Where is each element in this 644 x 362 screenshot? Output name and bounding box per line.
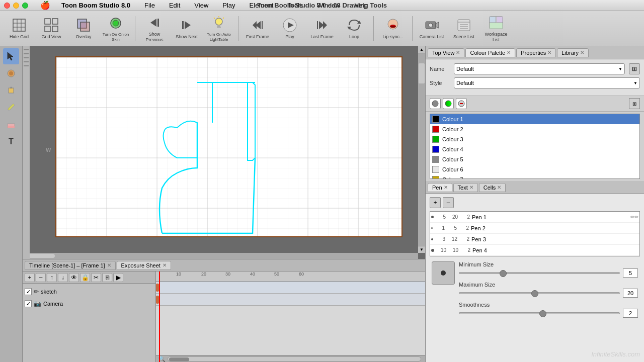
cells-tab[interactable]: Cells ✕ <box>479 183 506 192</box>
onion-skin-button[interactable]: Turn On Onion Skin <box>101 14 131 43</box>
play-button[interactable]: Play <box>275 14 305 43</box>
select-tool[interactable] <box>3 48 19 64</box>
exposure-sheet-tab[interactable]: Exposure Sheet ✕ <box>117 261 171 270</box>
first-frame-button[interactable]: First Frame <box>243 14 273 43</box>
apple-menu[interactable]: 🍎 <box>40 1 50 10</box>
canvas-vscroll[interactable]: ▲ ▼ <box>418 46 425 253</box>
text-pen-tab[interactable]: Text ✕ <box>453 183 478 192</box>
name-select[interactable]: Default ▼ <box>454 63 625 74</box>
timeline-tab-close[interactable]: ✕ <box>107 262 111 268</box>
timeline-hscroll-thumb[interactable] <box>169 357 189 361</box>
smoothness-thumb[interactable] <box>539 310 546 317</box>
camera-list-button[interactable]: Camera List <box>417 14 447 43</box>
pen-row-1[interactable]: 5 20 2 Pen 1 ✏✏ <box>430 212 639 223</box>
vscroll-down-button[interactable]: ▼ <box>418 246 425 253</box>
minimize-button[interactable] <box>13 3 19 9</box>
library-tab[interactable]: Library ✕ <box>557 48 589 57</box>
top-view-close[interactable]: ✕ <box>456 50 460 55</box>
hide-grid-button[interactable]: Hide Grid <box>4 14 34 43</box>
pen-row-2[interactable]: 1 5 2 Pen 2 <box>430 223 639 234</box>
layer-camera-check[interactable]: ✓ <box>25 300 32 307</box>
loop-button[interactable]: Loop <box>339 14 369 43</box>
exposure-sheet-close[interactable]: ✕ <box>163 262 167 268</box>
color-row-5[interactable]: Colour 5 <box>430 154 639 164</box>
tl-copy-button[interactable]: ⎘ <box>102 273 112 282</box>
layer-sketch[interactable]: ✓ ✏ sketch <box>23 286 155 298</box>
menu-edit[interactable]: Edit <box>166 1 183 10</box>
menu-app[interactable]: Toon Boom Studio 8.0 <box>58 1 133 10</box>
timeline-tab[interactable]: Timeline [Scene-1] – [Frame 1] ✕ <box>25 261 116 270</box>
pen-tab-close[interactable]: ✕ <box>444 185 448 190</box>
eraser-tool[interactable] <box>3 117 19 133</box>
drawing-canvas[interactable] <box>55 56 403 237</box>
top-view-tab[interactable]: Top View ✕ <box>428 48 464 57</box>
menu-file[interactable]: File <box>141 1 158 10</box>
style-select[interactable]: Default ▼ <box>454 77 640 88</box>
swatch-circle[interactable] <box>430 98 441 109</box>
pen-add-button[interactable]: + <box>430 197 441 208</box>
smoothness-track[interactable] <box>459 312 620 314</box>
max-size-thumb[interactable] <box>531 290 538 297</box>
tl-lock-button[interactable]: 🔒 <box>80 273 90 282</box>
color-list[interactable]: Colour 1 Colour 2 Colour 3 Colour 4 Colo… <box>430 114 640 179</box>
min-size-thumb[interactable] <box>500 270 507 277</box>
color-row-3[interactable]: Colour 3 <box>430 134 639 144</box>
color-row-2[interactable]: Colour 2 <box>430 124 639 134</box>
pen-row-3[interactable]: 3 12 2 Pen 3 <box>430 234 639 245</box>
tl-expand-button[interactable]: ▶ <box>113 273 123 282</box>
scene-list-button[interactable]: Scene List <box>449 14 479 43</box>
canvas-container[interactable]: W ▲ ▼ <box>23 46 425 259</box>
paint-tool[interactable] <box>3 82 19 99</box>
color-row-7[interactable]: Colour 7 <box>430 174 639 179</box>
close-button[interactable] <box>4 3 10 9</box>
tl-remove-button[interactable]: – <box>36 273 46 282</box>
swatch-grid-button[interactable]: ⊞ <box>629 98 640 109</box>
timeline-frames[interactable]: 10 20 30 40 50 60 <box>156 272 425 362</box>
color-row-4[interactable]: Colour 4 <box>430 144 639 154</box>
name-copy-button[interactable]: ⊞ <box>629 63 640 74</box>
layer-sketch-check[interactable]: ✓ <box>25 288 32 295</box>
brush-tool[interactable] <box>3 65 19 81</box>
cells-tab-close[interactable]: ✕ <box>497 185 501 190</box>
colour-palette-tab[interactable]: Colour Palette ✕ <box>465 48 515 57</box>
timeline-hscroll[interactable] <box>168 356 421 361</box>
last-frame-button[interactable]: Last Frame <box>307 14 337 43</box>
auto-lighttable-button[interactable]: Turn On Auto LightTable <box>204 14 234 43</box>
colour-palette-close[interactable]: ✕ <box>507 50 511 55</box>
pen-remove-button[interactable]: – <box>443 197 454 208</box>
maximize-button[interactable] <box>22 3 28 9</box>
color-row-1[interactable]: Colour 1 <box>430 114 639 124</box>
grid-view-button[interactable]: Grid View <box>36 14 66 43</box>
pen-edit-1[interactable]: ✏✏ <box>630 214 638 220</box>
vscroll-up-button[interactable]: ▲ <box>418 46 425 53</box>
pen-tab[interactable]: Pen ✕ <box>428 183 452 192</box>
tl-add-button[interactable]: + <box>25 273 35 282</box>
swatch-gradient[interactable] <box>443 98 454 109</box>
lip-sync-button[interactable]: Lip-sync... <box>378 14 408 43</box>
pencil-tool[interactable] <box>3 100 19 116</box>
tl-down-button[interactable]: ↓ <box>58 273 68 282</box>
tl-eye-button[interactable]: 👁 <box>69 273 79 282</box>
show-next-button[interactable]: Show Next <box>172 14 202 43</box>
tl-cut-button[interactable]: ✂ <box>91 273 101 282</box>
menu-play[interactable]: Play <box>219 1 238 10</box>
text-pen-tab-close[interactable]: ✕ <box>469 185 473 190</box>
overlay-button[interactable]: Overlay <box>68 14 99 43</box>
workspace-list-button[interactable]: Workspace List <box>481 14 511 43</box>
playhead[interactable] <box>159 272 160 362</box>
text-tool[interactable]: T <box>3 134 19 150</box>
library-close[interactable]: ✕ <box>580 50 584 55</box>
max-size-track[interactable] <box>459 292 620 294</box>
tl-up-button[interactable]: ↑ <box>47 273 57 282</box>
properties-close[interactable]: ✕ <box>547 50 551 55</box>
vscroll-thumb[interactable] <box>419 63 425 83</box>
properties-tab[interactable]: Properties ✕ <box>516 48 556 57</box>
min-size-track[interactable] <box>459 272 620 274</box>
color-row-6[interactable]: Colour 6 <box>430 164 639 174</box>
swatch-minus[interactable] <box>456 98 467 109</box>
pen-row-4[interactable]: 10 10 2 Pen 4 <box>430 245 639 256</box>
show-previous-button[interactable]: Show Previous <box>139 14 170 43</box>
canvas-hscroll[interactable] <box>23 253 418 259</box>
menu-view[interactable]: View <box>191 1 211 10</box>
layer-camera[interactable]: ✓ 📷 Camera <box>23 298 155 310</box>
